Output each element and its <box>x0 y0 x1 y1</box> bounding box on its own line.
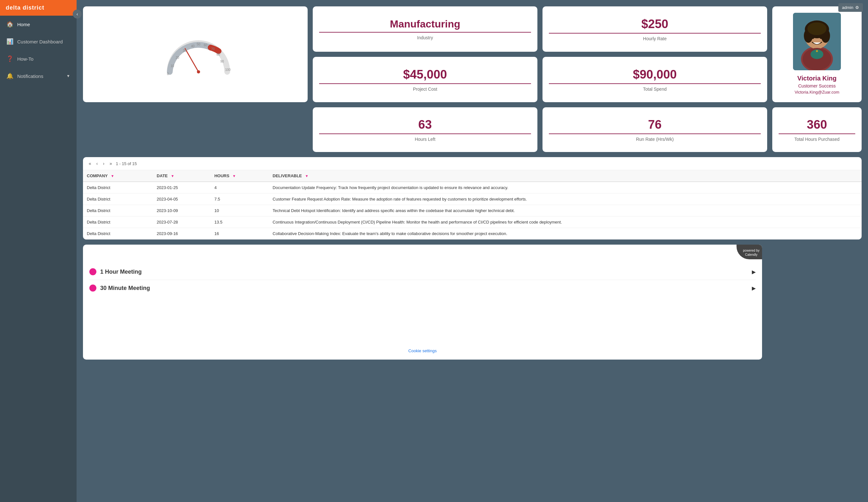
svg-text:90: 90 <box>220 60 224 63</box>
topbar: admin ⚙ <box>833 0 868 15</box>
first-page-button[interactable]: « <box>87 160 93 167</box>
bell-icon: 🔔 <box>7 72 13 80</box>
sidebar-item-home[interactable]: 🏠 Home <box>0 16 76 33</box>
sidebar-item-customer-dashboard[interactable]: 📊 Customer Dashboard <box>0 33 76 50</box>
svg-text:70: 70 <box>211 47 215 51</box>
hourly-rate-label: Hourly Rate <box>643 36 666 41</box>
total-hours-label: Total Hours Purchased <box>794 137 840 142</box>
help-icon: ❓ <box>7 55 13 62</box>
total-hours-card: 360 Total Hours Purchased <box>772 107 861 152</box>
cookie-settings-link[interactable]: Cookie settings <box>409 342 437 353</box>
bottom-section: « ‹ › » 1 - 15 of 15 COMPANY ▼ <box>83 157 861 360</box>
pagination-info: 1 - 15 of 15 <box>116 161 137 166</box>
sidebar-dashboard-label: Customer Dashboard <box>17 39 70 44</box>
svg-text:20: 20 <box>176 56 179 59</box>
chevron-down-icon: ▼ <box>66 74 70 78</box>
cell-hours: 4 <box>210 182 269 193</box>
svg-point-23 <box>812 37 814 39</box>
svg-text:30: 30 <box>183 49 186 52</box>
industry-value: Manufacturing <box>319 18 531 32</box>
total-spend-label: Total Spend <box>643 87 666 92</box>
calendly-banner-line2: Calendly <box>743 253 760 257</box>
table-pagination: « ‹ › » 1 - 15 of 15 <box>83 157 861 170</box>
cell-deliverable: Documentation Update Frequency: Track ho… <box>269 182 861 193</box>
svg-text:0: 0 <box>167 72 169 76</box>
cell-company: Delta District <box>83 228 153 240</box>
main-content: 0 10 20 30 40 50 60 70 80 90 100 Manufac… <box>76 0 868 502</box>
cell-hours: 16 <box>210 228 269 240</box>
table-row: Delta District 2023-04-05 7.5 Customer F… <box>83 193 861 205</box>
project-cost-label: Project Cost <box>413 87 437 92</box>
calendly-card: powered by Calendly 1 Hour Meeting ▶ 30 … <box>83 244 762 360</box>
cell-date: 2023-07-28 <box>153 217 210 228</box>
hours-left-card: 63 Hours Left <box>313 107 537 152</box>
next-page-button[interactable]: › <box>102 160 106 167</box>
svg-point-25 <box>816 50 818 52</box>
deliverable-filter-icon[interactable]: ▼ <box>305 174 309 178</box>
profile-photo <box>793 13 841 70</box>
total-spend-card: $90,000 Total Spend <box>542 57 767 102</box>
table-row: Delta District 2023-09-16 16 Collaborati… <box>83 228 861 240</box>
project-cost-value: $45,000 <box>319 68 531 84</box>
cell-hours: 10 <box>210 205 269 217</box>
meeting-1hour-label: 1 Hour Meeting <box>100 269 748 275</box>
cell-date: 2023-10-09 <box>153 205 210 217</box>
collapse-sidebar-button[interactable]: ‹ <box>73 10 82 19</box>
meeting-dot-2 <box>89 284 96 292</box>
hours-left-value: 63 <box>319 118 531 134</box>
data-table: COMPANY ▼ DATE ▼ HOURS ▼ <box>83 170 861 240</box>
svg-line-0 <box>185 49 198 72</box>
table-row: Delta District 2023-10-09 10 Technical D… <box>83 205 861 217</box>
cell-deliverable: Collaborative Decision-Making Index: Eva… <box>269 228 861 240</box>
table-row: Delta District 2023-07-28 13.5 Continuou… <box>83 217 861 228</box>
cell-deliverable: Customer Feature Request Adoption Rate: … <box>269 193 861 205</box>
svg-text:60: 60 <box>204 43 207 47</box>
cards-grid: 0 10 20 30 40 50 60 70 80 90 100 Manufac… <box>83 7 861 152</box>
svg-point-24 <box>820 37 823 39</box>
meeting-item-30min[interactable]: 30 Minute Meeting ▶ <box>89 280 756 296</box>
calendly-banner: powered by Calendly <box>736 244 762 259</box>
gauge-chart: 0 10 20 30 40 50 60 70 80 90 100 <box>163 35 227 73</box>
sidebar-howto-label: How-To <box>17 56 70 62</box>
sidebar-item-notifications[interactable]: 🔔 Notifications ▼ <box>0 67 76 84</box>
sidebar-item-how-to[interactable]: ❓ How-To <box>0 50 76 67</box>
total-hours-value: 360 <box>779 118 855 134</box>
svg-text:80: 80 <box>216 53 220 56</box>
total-spend-value: $90,000 <box>549 68 761 84</box>
industry-label: Industry <box>417 35 433 40</box>
last-page-button[interactable]: » <box>108 160 113 167</box>
svg-text:40: 40 <box>191 44 195 48</box>
hours-filter-icon[interactable]: ▼ <box>232 174 236 178</box>
profile-role: Customer Success <box>798 83 836 89</box>
profile-name: Victoria King <box>797 75 837 82</box>
table-body: Delta District 2023-01-25 4 Documentatio… <box>83 182 861 240</box>
hourly-rate-value: $250 <box>549 17 761 33</box>
data-table-section: « ‹ › » 1 - 15 of 15 COMPANY ▼ <box>83 157 861 240</box>
meeting-30min-label: 30 Minute Meeting <box>100 285 748 292</box>
svg-point-1 <box>197 70 200 73</box>
meeting-dot-1 <box>89 268 96 275</box>
hours-left-label: Hours Left <box>415 137 436 142</box>
meeting-1hour-arrow: ▶ <box>752 269 756 275</box>
table-row: Delta District 2023-01-25 4 Documentatio… <box>83 182 861 193</box>
sidebar-home-label: Home <box>17 22 70 27</box>
profile-card: Victoria King Customer Success Victoria.… <box>772 7 861 102</box>
meeting-item-1hour[interactable]: 1 Hour Meeting ▶ <box>89 264 756 280</box>
svg-text:100: 100 <box>225 68 231 71</box>
run-rate-card: 76 Run Rate (Hrs/Wk) <box>542 107 767 152</box>
cell-deliverable: Continuous Integration/Continuous Deploy… <box>269 217 861 228</box>
column-deliverable: DELIVERABLE ▼ <box>269 170 861 182</box>
column-hours: HOURS ▼ <box>210 170 269 182</box>
sidebar-notifications-label: Notifications <box>17 73 61 79</box>
admin-button[interactable]: admin ⚙ <box>838 3 863 12</box>
cell-date: 2023-09-16 <box>153 228 210 240</box>
company-filter-icon[interactable]: ▼ <box>111 174 114 178</box>
svg-point-19 <box>807 22 827 35</box>
date-filter-icon[interactable]: ▼ <box>171 174 174 178</box>
cell-hours: 13.5 <box>210 217 269 228</box>
prev-page-button[interactable]: ‹ <box>95 160 99 167</box>
run-rate-value: 76 <box>549 118 761 134</box>
cell-date: 2023-01-25 <box>153 182 210 193</box>
sidebar: delta district 🏠 Home 📊 Customer Dashboa… <box>0 0 76 502</box>
chart-icon: 📊 <box>7 38 13 45</box>
